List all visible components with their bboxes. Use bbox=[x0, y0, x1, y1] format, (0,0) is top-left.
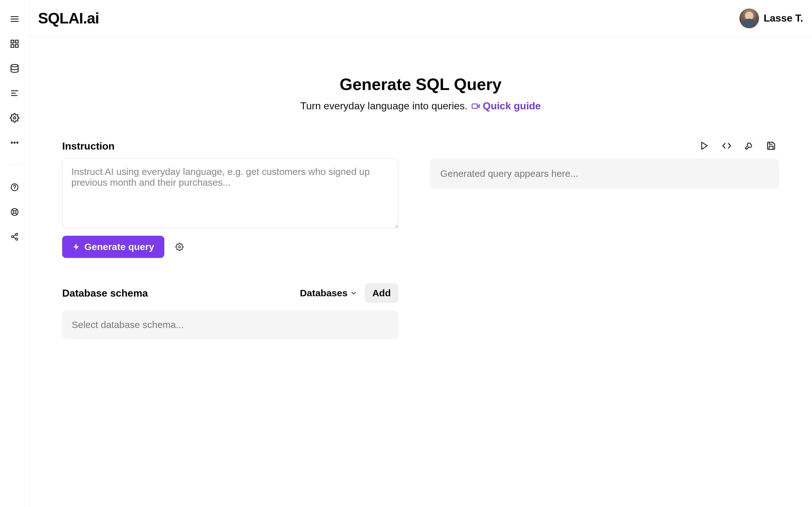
view-code-button[interactable] bbox=[721, 140, 732, 151]
add-schema-button[interactable]: Add bbox=[365, 283, 398, 303]
dashboard-icon[interactable] bbox=[9, 38, 20, 49]
svg-rect-6 bbox=[11, 45, 14, 48]
page-subtitle: Turn everyday language into queries. bbox=[300, 100, 467, 112]
page-title: Generate SQL Query bbox=[340, 75, 502, 94]
output-toolbar bbox=[430, 140, 779, 151]
svg-rect-5 bbox=[15, 45, 18, 48]
page-subtitle-row: Turn everyday language into queries. Qui… bbox=[300, 100, 541, 112]
databases-dropdown[interactable]: Databases bbox=[300, 288, 357, 298]
svg-point-30 bbox=[179, 246, 181, 248]
topbar: SQLAI.ai Lasse T. bbox=[29, 0, 812, 37]
svg-point-7 bbox=[11, 65, 18, 67]
instruction-label: Instruction bbox=[62, 140, 398, 152]
main: SQLAI.ai Lasse T. Generate SQL Query Tur… bbox=[29, 0, 812, 507]
svg-marker-31 bbox=[702, 142, 707, 150]
svg-line-20 bbox=[15, 213, 17, 215]
chevron-down-icon bbox=[350, 290, 357, 297]
share-icon[interactable] bbox=[9, 231, 20, 242]
wrench-icon bbox=[744, 141, 754, 151]
svg-line-21 bbox=[15, 210, 17, 211]
fix-query-button[interactable] bbox=[744, 140, 754, 151]
user-name: Lasse T. bbox=[763, 12, 803, 24]
user-menu[interactable]: Lasse T. bbox=[740, 9, 803, 28]
svg-line-26 bbox=[13, 237, 15, 239]
save-query-button[interactable] bbox=[766, 140, 776, 151]
svg-rect-4 bbox=[15, 40, 18, 43]
list-icon[interactable] bbox=[9, 88, 20, 99]
content: Generate SQL Query Turn everyday languag… bbox=[29, 37, 812, 507]
more-icon[interactable] bbox=[9, 137, 20, 148]
help-icon[interactable] bbox=[9, 181, 20, 193]
right-column: Generated query appears here... bbox=[430, 140, 779, 188]
databases-label: Databases bbox=[300, 288, 348, 298]
settings-icon[interactable] bbox=[9, 112, 20, 124]
svg-rect-3 bbox=[11, 40, 14, 43]
brand-logo[interactable]: SQLAI.ai bbox=[38, 9, 99, 27]
generate-query-button[interactable]: Generate query bbox=[62, 236, 164, 258]
svg-point-11 bbox=[13, 117, 16, 119]
database-icon[interactable] bbox=[9, 63, 20, 74]
generate-settings-button[interactable] bbox=[173, 240, 186, 253]
svg-line-19 bbox=[12, 210, 14, 211]
svg-line-27 bbox=[13, 235, 15, 236]
video-icon bbox=[471, 102, 480, 111]
save-icon bbox=[766, 141, 776, 151]
schema-label: Database schema bbox=[62, 287, 148, 299]
support-icon[interactable] bbox=[9, 206, 20, 218]
output-box: Generated query appears here... bbox=[430, 159, 779, 188]
quick-guide-link[interactable]: Quick guide bbox=[471, 100, 541, 112]
schema-select[interactable]: Select database schema... bbox=[62, 311, 398, 339]
svg-point-14 bbox=[16, 142, 18, 143]
menu-icon[interactable] bbox=[9, 13, 20, 25]
play-icon bbox=[700, 141, 709, 151]
run-query-button[interactable] bbox=[699, 140, 710, 151]
sidebar bbox=[0, 0, 29, 507]
svg-point-12 bbox=[11, 142, 12, 143]
svg-line-22 bbox=[12, 213, 14, 215]
left-column: Instruction Generate query Database sche… bbox=[62, 140, 398, 339]
svg-point-13 bbox=[14, 142, 15, 143]
quick-guide-label: Quick guide bbox=[483, 100, 541, 112]
instruction-input[interactable] bbox=[62, 158, 398, 228]
bolt-icon bbox=[72, 243, 81, 251]
svg-rect-28 bbox=[472, 104, 477, 108]
code-icon bbox=[722, 141, 731, 151]
gear-icon bbox=[175, 243, 184, 251]
avatar bbox=[740, 9, 759, 28]
generate-query-label: Generate query bbox=[84, 241, 154, 252]
